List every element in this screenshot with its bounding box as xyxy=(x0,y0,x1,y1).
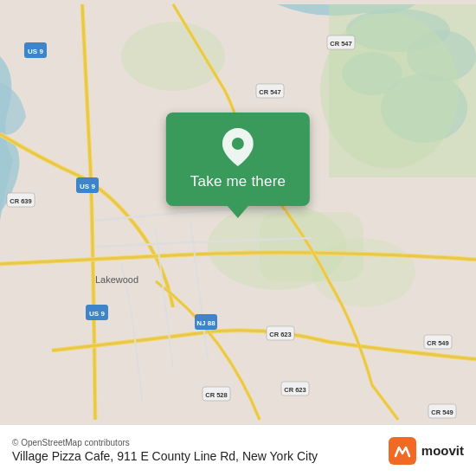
svg-text:CR 528: CR 528 xyxy=(205,391,227,399)
svg-text:CR 623: CR 623 xyxy=(269,331,291,338)
svg-text:US 9: US 9 xyxy=(28,48,43,55)
take-me-there-button[interactable]: Take me there xyxy=(190,173,286,190)
svg-text:NJ 88: NJ 88 xyxy=(196,319,215,327)
svg-point-36 xyxy=(232,138,244,150)
map-background: US 9 CR 547 CR 547 US 9 CR 639 US 9 Lake… xyxy=(0,0,476,424)
bottom-info: © OpenStreetMap contributors Village Piz… xyxy=(12,438,318,463)
svg-text:Lakewood: Lakewood xyxy=(95,274,138,285)
moovit-text: moovit xyxy=(421,443,464,458)
moovit-icon xyxy=(389,437,416,465)
bottom-bar: © OpenStreetMap contributors Village Piz… xyxy=(0,424,476,476)
tooltip-overlay: Take me there xyxy=(166,113,310,218)
svg-point-7 xyxy=(121,22,225,91)
svg-text:CR 549: CR 549 xyxy=(431,408,453,416)
svg-text:CR 623: CR 623 xyxy=(284,386,306,394)
moovit-logo: moovit xyxy=(389,437,464,465)
take-me-there-card[interactable]: Take me there xyxy=(166,113,310,206)
svg-text:CR 547: CR 547 xyxy=(330,40,351,48)
svg-rect-37 xyxy=(389,437,416,465)
svg-text:US 9: US 9 xyxy=(89,310,105,318)
svg-text:US 9: US 9 xyxy=(80,183,95,190)
app: US 9 CR 547 CR 547 US 9 CR 639 US 9 Lake… xyxy=(0,0,476,476)
svg-text:CR 547: CR 547 xyxy=(259,88,280,96)
location-pin-icon xyxy=(222,128,254,166)
svg-text:CR 549: CR 549 xyxy=(427,339,448,347)
address-text: Village Pizza Cafe, 911 E County Line Rd… xyxy=(12,449,318,463)
osm-credit: © OpenStreetMap contributors xyxy=(12,438,318,447)
map-container: US 9 CR 547 CR 547 US 9 CR 639 US 9 Lake… xyxy=(0,0,476,424)
svg-text:CR 639: CR 639 xyxy=(10,197,31,205)
